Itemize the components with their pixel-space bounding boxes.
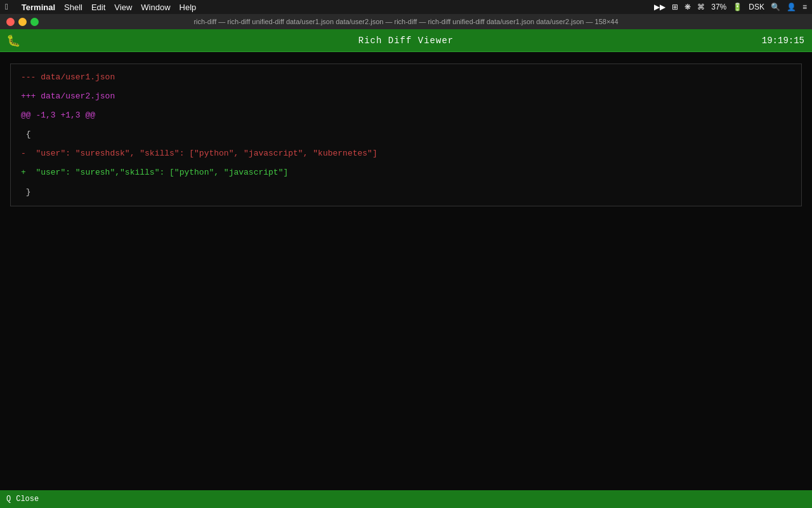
- grid-icon: ⊞: [672, 3, 678, 11]
- window-title: rich-diff — rich-diff unified-diff data/…: [193, 18, 618, 25]
- app-time: 19:19:15: [762, 36, 804, 46]
- diff-line-removed: - "user": "sureshdsk", "skills": ["pytho…: [21, 147, 791, 161]
- user-icon: 👤: [787, 3, 796, 11]
- cast-icon: ▶▶: [654, 3, 665, 11]
- menubar-right: ▶▶ ⊞ ❋ ⌘ 37% 🔋 DSK 🔍 👤 ≡: [654, 3, 807, 11]
- menubar-edit[interactable]: Edit: [91, 3, 105, 12]
- diff-line-plus-header: +++ data/user2.json: [21, 90, 791, 104]
- menubar-help[interactable]: Help: [180, 3, 197, 12]
- dsk-label: DSK: [749, 3, 764, 11]
- titlebar: rich-diff — rich-diff unified-diff data/…: [0, 14, 812, 29]
- menubar-view[interactable]: View: [114, 3, 132, 12]
- battery-icon: 🔋: [733, 3, 742, 11]
- footer-bar: Q Close: [0, 490, 812, 508]
- app-icon: 🐛: [6, 34, 20, 48]
- diff-box: --- data/user1.json +++ data/user2.json …: [10, 64, 802, 206]
- menubar-terminal[interactable]: Terminal: [22, 3, 55, 12]
- footer-key[interactable]: Q: [6, 495, 11, 504]
- diff-line-minus-header: --- data/user1.json: [21, 70, 791, 84]
- app-header: 🐛 Rich Diff Viewer 19:19:15: [0, 29, 812, 52]
- minimize-button[interactable]: [18, 18, 27, 26]
- window-controls: [6, 18, 39, 26]
- battery-percent: 37%: [711, 3, 726, 11]
- diff-line-added: + "user": "suresh","skills": ["python", …: [21, 166, 791, 180]
- diff-line-context-open: {: [21, 128, 791, 142]
- close-button[interactable]: [6, 18, 15, 26]
- menu-icon: ≡: [802, 3, 807, 11]
- menubar:  Terminal Shell Edit View Window Help ▶…: [0, 0, 812, 14]
- menubar-shell[interactable]: Shell: [64, 3, 82, 12]
- app-title: Rich Diff Viewer: [358, 36, 454, 46]
- maximize-button[interactable]: [30, 18, 39, 26]
- bluetooth-icon: ❋: [684, 3, 691, 11]
- footer-label: Close: [16, 495, 39, 504]
- diff-line-hunk: @@ -1,3 +1,3 @@: [21, 109, 791, 123]
- main-content: --- data/user1.json +++ data/user2.json …: [0, 52, 812, 490]
- wifi-icon: ⌘: [697, 3, 705, 11]
- spotlight-icon: 🔍: [771, 3, 780, 11]
- menubar-window[interactable]: Window: [141, 3, 170, 12]
- apple-icon[interactable]: : [5, 3, 10, 12]
- diff-line-context-close: }: [21, 185, 791, 199]
